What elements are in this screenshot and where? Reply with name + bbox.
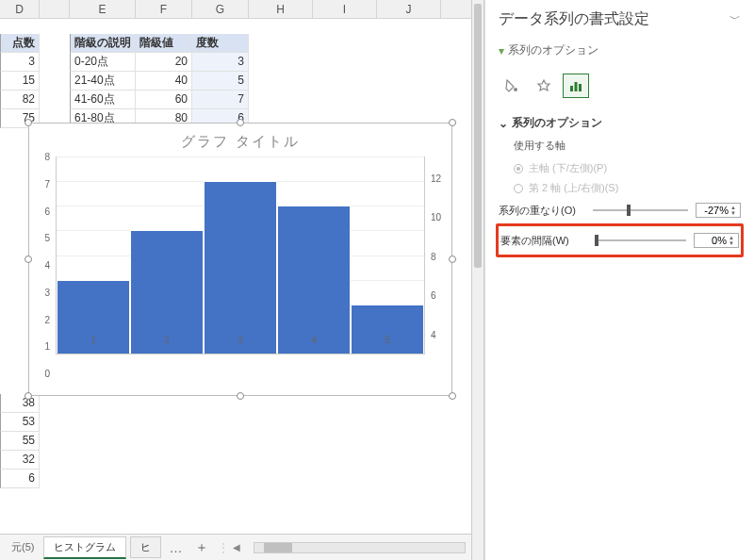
resize-handle[interactable] — [25, 392, 32, 400]
gap-label: 要素の間隔(W) — [500, 234, 587, 248]
x-axis: 1 2 3 4 5 — [57, 335, 424, 354]
cell-G4[interactable]: 7 — [192, 91, 249, 109]
overlap-slider[interactable] — [593, 209, 688, 211]
svg-rect-3 — [575, 82, 578, 91]
cell-F4[interactable]: 60 — [136, 91, 192, 109]
axis-use-label: 使用する軸 — [499, 137, 741, 158]
svg-point-0 — [514, 88, 517, 91]
cell-D4[interactable]: 82 — [0, 91, 40, 109]
overlap-value[interactable] — [698, 205, 729, 216]
reference-cell: 元(5) — [6, 540, 40, 554]
hdr-class-val[interactable]: 階級値 — [136, 34, 192, 53]
vertical-scrollbar[interactable] — [471, 0, 484, 560]
cell-lower-3[interactable]: 32 — [0, 451, 40, 469]
data-series[interactable] — [57, 156, 424, 354]
col-header-F[interactable]: F — [136, 0, 192, 18]
col-header-G[interactable]: G — [192, 0, 249, 18]
cell-lower-2[interactable]: 55 — [0, 432, 40, 451]
format-pane: データ系列の書式設定 ﹀ ▾ 系列のオプション ⌄ 系列のオプション 使用する軸… — [484, 0, 754, 560]
col-header-J[interactable]: J — [377, 0, 441, 18]
cell-E3[interactable]: 21-40点 — [70, 72, 136, 91]
plot-area[interactable]: 1 2 3 4 5 — [56, 156, 425, 354]
sheet-tab-active[interactable]: ヒストグラム — [43, 536, 126, 559]
chart-object[interactable]: グラフ タイトル 8 7 6 5 4 3 2 1 0 — [28, 123, 452, 396]
resize-handle[interactable] — [237, 392, 244, 400]
radio-icon — [514, 164, 523, 173]
gap-width-row: 要素の間隔(W) ▲▼ — [500, 228, 739, 253]
bar[interactable] — [204, 181, 277, 354]
tabs-more[interactable]: … — [165, 540, 186, 555]
scrollbar-thumb[interactable] — [474, 4, 482, 268]
gap-slider[interactable] — [595, 239, 686, 241]
bar[interactable] — [277, 206, 351, 354]
cell-D2[interactable]: 3 — [0, 53, 40, 72]
series-overlap-row: 系列の重なり(O) ▲▼ — [499, 198, 741, 222]
hdr-class-desc[interactable]: 階級の説明 — [70, 34, 136, 53]
spin-down-icon[interactable]: ▼ — [729, 240, 734, 246]
cell-G2[interactable]: 3 — [192, 53, 249, 72]
fill-icon[interactable] — [499, 74, 525, 98]
series-options-icon[interactable] — [563, 74, 589, 98]
collapse-caret-icon[interactable]: ⌄ — [499, 117, 508, 130]
cell-E2[interactable]: 0-20点 — [70, 53, 136, 72]
pane-title: データ系列の書式設定 — [499, 9, 649, 29]
spin-down-icon[interactable]: ▼ — [730, 210, 736, 216]
col-gap — [40, 0, 70, 18]
overlap-input[interactable]: ▲▼ — [696, 203, 741, 218]
cell-F2[interactable]: 20 — [136, 53, 192, 72]
chart-title[interactable]: グラフ タイトル — [29, 124, 451, 156]
y-axis-right: 12 10 8 6 4 — [425, 156, 451, 373]
worksheet[interactable]: D E F G H I J 点数 階級の説明 階級値 度数 3 0-20点 — [0, 0, 471, 560]
svg-rect-4 — [579, 84, 582, 91]
radio-secondary-axis: 第 2 軸 (上/右側)(S) — [499, 178, 741, 198]
new-sheet-button[interactable]: ＋ — [189, 539, 214, 556]
overlap-label: 系列の重なり(O) — [499, 204, 585, 218]
cell-F3[interactable]: 40 — [136, 72, 192, 91]
radio-icon — [514, 184, 523, 193]
resize-handle[interactable] — [449, 119, 456, 126]
gap-input[interactable]: ▲▼ — [694, 233, 739, 248]
svg-rect-2 — [570, 86, 573, 91]
svg-marker-1 — [538, 80, 549, 91]
dropdown-caret-icon[interactable]: ▾ — [499, 44, 504, 58]
col-header-E[interactable]: E — [70, 0, 136, 18]
pane-category-icons — [499, 68, 741, 111]
chevron-down-icon[interactable]: ﹀ — [729, 11, 741, 27]
sheet-tab-bar: 元(5) ヒストグラム ヒ … ＋ ⋮ ◀ — [0, 534, 471, 560]
scroll-left-icon[interactable]: ◀ — [233, 542, 240, 552]
gap-value[interactable] — [697, 235, 727, 246]
grid[interactable]: 点数 階級の説明 階級値 度数 3 0-20点 20 3 15 21-40点 4… — [0, 34, 471, 128]
cell-G3[interactable]: 5 — [192, 72, 249, 91]
col-header-D[interactable]: D — [0, 0, 40, 18]
horizontal-scrollbar[interactable] — [254, 542, 466, 553]
col-header-H[interactable]: H — [249, 0, 313, 18]
hdr-points[interactable]: 点数 — [0, 34, 40, 53]
cell-lower-0[interactable]: 38 — [0, 394, 40, 413]
effects-icon[interactable] — [531, 74, 557, 98]
pane-subtitle[interactable]: 系列のオプション — [508, 42, 598, 58]
section-series-options[interactable]: 系列のオプション — [512, 115, 602, 131]
resize-handle[interactable] — [25, 119, 32, 126]
cell-lower-4[interactable]: 6 — [0, 469, 40, 488]
y-axis-left: 8 7 6 5 4 3 2 1 0 — [29, 156, 56, 373]
cell-E4[interactable]: 41-60点 — [70, 91, 136, 109]
cell-D3[interactable]: 15 — [0, 72, 40, 91]
hdr-freq[interactable]: 度数 — [192, 34, 249, 53]
column-headers: D E F G H I J — [0, 0, 471, 19]
resize-handle[interactable] — [449, 392, 456, 400]
cell-lower-1[interactable]: 53 — [0, 413, 40, 432]
col-header-I[interactable]: I — [313, 0, 377, 18]
resize-handle[interactable] — [237, 119, 244, 126]
scrollbar-thumb[interactable] — [264, 543, 292, 552]
radio-primary-axis: 主軸 (下/左側)(P) — [499, 158, 741, 178]
sheet-tab-next[interactable]: ヒ — [130, 536, 161, 558]
